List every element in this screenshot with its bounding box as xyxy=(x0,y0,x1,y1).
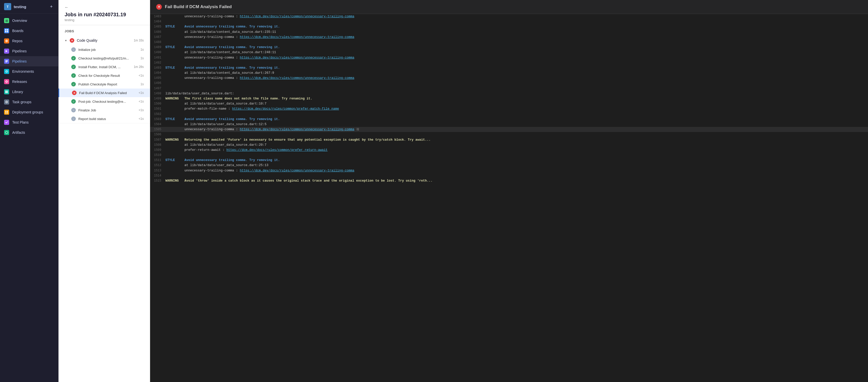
sidebar-item-deployment[interactable]: Deployment groups xyxy=(0,107,58,117)
log-line-1514: 1514 xyxy=(150,173,868,178)
job-item-post-checkout[interactable]: ✓ Post-job: Checkout testing@re... <1s xyxy=(59,97,150,106)
line-number: 1507 xyxy=(153,137,165,142)
sidebar-item-pipelines-main[interactable]: Pipelines xyxy=(0,46,58,56)
svg-rect-16 xyxy=(7,91,8,93)
artifacts-icon xyxy=(4,130,9,135)
boards-icon xyxy=(4,28,9,33)
status-grey-icon-3: ○ xyxy=(71,117,76,121)
job-item-label-report-status: Report build status xyxy=(79,117,136,121)
line-content: unnecessary-trailing-comma : https://dcm… xyxy=(165,55,865,60)
sidebar-item-environments[interactable]: Environments xyxy=(0,66,58,76)
svg-rect-21 xyxy=(5,113,6,114)
job-group-code-quality: ▼ ✕ Code Quality 1m 33s ○ Initialize job… xyxy=(59,36,150,123)
svg-rect-22 xyxy=(7,113,8,114)
chevron-down-icon: ▼ xyxy=(65,39,67,42)
svg-point-18 xyxy=(6,102,7,102)
job-item-finalize[interactable]: ○ Finalize Job <1s xyxy=(59,106,150,115)
sidebar-item-releases[interactable]: Releases xyxy=(0,76,58,87)
log-line-1503: 1503STYLE Avoid unnecessary trailing com… xyxy=(150,117,868,122)
library-icon xyxy=(4,89,9,94)
line-content: STYLE Avoid unnecessary trailing comma. … xyxy=(165,45,865,50)
line-number: 1485 xyxy=(153,24,165,29)
line-number: 1489 xyxy=(153,45,165,50)
log-link[interactable]: https://dcm.dev/docs/rules/common/unnece… xyxy=(240,128,354,131)
log-line-1508: 1508 at lib/data/data/user_data_source.d… xyxy=(150,142,868,148)
sidebar-item-pipelines[interactable]: Pipelines xyxy=(0,56,58,66)
line-number: 1500 xyxy=(153,101,165,106)
log-line-1493: 1493STYLE Avoid unnecessary trailing com… xyxy=(150,65,868,70)
sidebar-label-pipelines: Pipelines xyxy=(12,59,27,63)
log-line-1484: 1484 xyxy=(150,19,868,24)
sidebar-label-releases: Releases xyxy=(12,79,27,84)
svg-rect-1 xyxy=(7,29,8,31)
line-number: 1490 xyxy=(153,50,165,55)
sidebar-item-library[interactable]: Library xyxy=(0,87,58,97)
back-navigation[interactable]: ← xyxy=(65,5,144,10)
job-item-fail-build[interactable]: ✕ Fail Build if DCM Analysis Failed <1s xyxy=(59,89,150,97)
sidebar-item-testplans[interactable]: Test Plans xyxy=(0,117,58,127)
line-number: 1501 xyxy=(153,106,165,112)
line-number: 1488 xyxy=(153,40,165,45)
svg-rect-20 xyxy=(7,111,8,112)
log-line-1488: 1488 xyxy=(150,40,868,45)
external-link-icon: ⛓ xyxy=(356,128,359,131)
job-group-header-code-quality[interactable]: ▼ ✕ Code Quality 1m 33s xyxy=(59,36,150,45)
status-green-icon-5: ✓ xyxy=(71,99,76,104)
line-content: lib/data/data/user_data_source.dart: xyxy=(165,91,865,96)
log-link[interactable]: https://dcm.dev/docs/rules/common/unnece… xyxy=(240,35,354,39)
job-item-label-fail-build: Fail Build if DCM Analysis Failed xyxy=(79,91,136,95)
job-group-duration-code-quality: 1m 33s xyxy=(134,39,144,42)
job-item-checkstyle[interactable]: ✓ Check for Checkstyle Result <1s xyxy=(59,71,150,80)
line-content: at lib/data/data/content_data_source.dar… xyxy=(165,30,865,35)
environments-icon xyxy=(4,69,9,74)
log-link[interactable]: https://dcm.dev/docs/rules/common/prefer… xyxy=(232,107,339,110)
sidebar-item-overview[interactable]: ⊞ Overview xyxy=(0,15,58,26)
testplans-icon xyxy=(4,120,9,125)
log-link[interactable]: https://dcm.dev/docs/rules/common/prefer… xyxy=(226,148,328,152)
line-number: 1502 xyxy=(153,112,165,117)
job-item-report-status[interactable]: ○ Report build status <1s xyxy=(59,115,150,123)
log-line-1506: 1506 xyxy=(150,132,868,137)
line-number: 1486 xyxy=(153,30,165,35)
log-panel: ✕ Fail Build if DCM Analysis Failed 1483… xyxy=(150,0,868,382)
log-line-1483: 1483 unnecessary-trailing-comma : https:… xyxy=(150,14,868,19)
sidebar-item-artifacts[interactable]: Artifacts xyxy=(0,127,58,137)
line-content: STYLE Avoid unnecessary trailing comma. … xyxy=(165,158,865,163)
sidebar-navigation: ⊞ Overview Boards Repos Pipelines xyxy=(0,13,58,139)
log-line-1485: 1485STYLE Avoid unnecessary trailing com… xyxy=(150,24,868,29)
log-line-1489: 1489STYLE Avoid unnecessary trailing com… xyxy=(150,45,868,50)
log-content[interactable]: 1483 unnecessary-trailing-comma : https:… xyxy=(150,14,868,382)
add-project-button[interactable]: + xyxy=(48,4,54,10)
log-line-1492: 1492 xyxy=(150,60,868,65)
sidebar-label-deployment: Deployment groups xyxy=(12,110,43,114)
log-link[interactable]: https://dcm.dev/docs/rules/common/unnece… xyxy=(240,56,354,60)
log-link[interactable]: https://dcm.dev/docs/rules/common/unnece… xyxy=(240,76,354,80)
sidebar-label-overview: Overview xyxy=(12,19,27,23)
run-title: Jobs in run #20240731.19 xyxy=(65,12,144,18)
line-content: at lib/data/data/content_data_source.dar… xyxy=(165,50,865,55)
status-green-icon-4: ✓ xyxy=(71,82,76,87)
job-item-label-publish-checkstyle: Publish Checkstyle Report xyxy=(79,83,138,86)
log-line-1491: 1491 unnecessary-trailing-comma : https:… xyxy=(150,55,868,60)
sidebar-item-repos[interactable]: Repos xyxy=(0,36,58,46)
log-line-1510: 1510 xyxy=(150,153,868,158)
log-line-1513: 1513 unnecessary-trailing-comma : https:… xyxy=(150,168,868,173)
log-header: ✕ Fail Build if DCM Analysis Failed xyxy=(150,0,868,14)
project-selector[interactable]: T testing xyxy=(4,3,26,10)
sidebar-label-repos: Repos xyxy=(12,39,22,43)
sidebar-item-taskgroups[interactable]: Task groups xyxy=(0,97,58,107)
job-item-initialize[interactable]: ○ Initialize job 1s xyxy=(59,45,150,54)
job-item-publish-checkstyle[interactable]: ✓ Publish Checkstyle Report 1s xyxy=(59,80,150,89)
sidebar-item-boards[interactable]: Boards xyxy=(0,26,58,36)
log-link[interactable]: https://dcm.dev/docs/rules/common/unnece… xyxy=(240,169,354,172)
overview-icon: ⊞ xyxy=(4,18,9,23)
line-number: 1499 xyxy=(153,96,165,101)
log-line-1490: 1490 at lib/data/data/content_data_sourc… xyxy=(150,50,868,55)
line-content: prefer-match-file-name : https://dcm.dev… xyxy=(165,106,865,112)
job-item-checkout[interactable]: ✓ Checkout testing@refs/pull/21/m... 1s xyxy=(59,54,150,63)
svg-rect-15 xyxy=(6,91,7,93)
line-number: 1497 xyxy=(153,86,165,91)
run-header: ← Jobs in run #20240731.19 testing xyxy=(59,0,150,25)
job-item-install-flutter[interactable]: ✓ Install Flutter, Install DCM, ... 1m 2… xyxy=(59,63,150,71)
log-link[interactable]: https://dcm.dev/docs/rules/common/unnece… xyxy=(240,15,354,18)
